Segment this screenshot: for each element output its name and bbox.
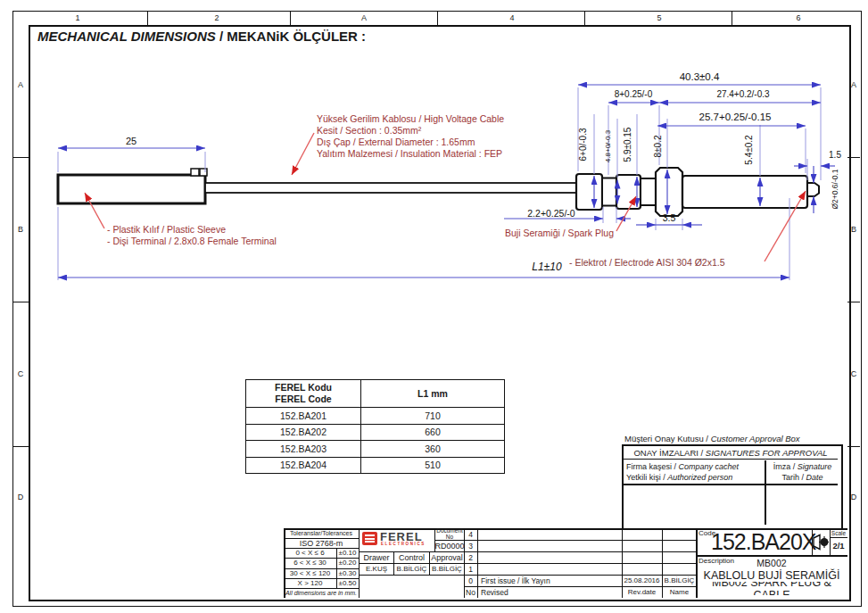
revfoot-name: Name	[663, 586, 696, 598]
control-name: B.BİLGİÇ	[394, 563, 429, 575]
scale-value: 2/1	[831, 538, 847, 553]
cable-note-line: Dış Çap / External Diameter : 1.65mm	[317, 137, 504, 148]
parts-table-header-row: FEREL Kodu FEREL Code L1 mm	[246, 380, 505, 408]
imza-label-en: Signature	[798, 462, 832, 471]
approval-header: ONAY İMZALARI / SIGNATURES FOR APPROVAL	[624, 446, 838, 460]
yetkili-label-en: Authorized person	[667, 473, 732, 482]
rev-line	[464, 575, 696, 576]
electrode-shape	[807, 183, 819, 196]
tol-value: ±0.10	[337, 548, 358, 558]
dim-seg274: 27.4+0.2/-0.3	[690, 89, 797, 99]
tarih-label-en: Date	[806, 473, 823, 482]
dim-dia6: 6+0/-0.3	[578, 128, 588, 162]
approval-signature-field[interactable]	[766, 485, 838, 525]
dim-neck: 2.2+0.25/-0	[501, 208, 601, 219]
rev-line	[464, 563, 696, 564]
plug-neck-2	[641, 178, 656, 205]
rev0-name: B.BİLGİÇ	[663, 575, 696, 586]
table-row: 152.BA201710	[246, 408, 505, 425]
description-line2: KABLOLU BUJİ SERAMİĞİ	[698, 568, 846, 582]
table-row: 152.BA202660	[246, 424, 505, 441]
approval-signature-header: İmza / Signature Tarih / Date	[767, 461, 838, 483]
sleeve-note-line: - Dişi Terminal / 2.8x0.8 Female Termina…	[107, 236, 277, 247]
firma-label-en: Company cachet	[679, 462, 740, 471]
description-line3: MB002 SPARK PLUG & CABLE	[698, 582, 846, 595]
terminal-tab	[191, 169, 199, 176]
parts-table-header-code: FEREL Kodu FEREL Code	[246, 380, 361, 408]
rev0-desc: First issue / İlk Yayın	[481, 576, 619, 587]
header-code-line2: FEREL Code	[246, 393, 360, 405]
cell-l1: 360	[361, 441, 505, 458]
sleeve-note-line: - Plastik Kılıf / Plastic Sleeve	[107, 224, 277, 236]
part-shapes	[58, 168, 819, 216]
cable-note-line: Yalıtım Malzemesi / Insulation Material …	[317, 148, 504, 160]
cable-note-line: Yüksek Gerilim Kablosu / High Voltage Ca…	[317, 113, 504, 125]
rev0-date: 25.08.2016	[623, 575, 661, 586]
dim-collar: 3.5	[656, 212, 682, 223]
dim-sleeve-25: 25	[118, 136, 145, 146]
tol-value: ±0.30	[337, 568, 358, 578]
tol-range: X > 120	[285, 578, 335, 588]
cell-l1: 710	[361, 408, 505, 425]
approval-header-tr: ONAY İMZALARI /	[633, 448, 705, 458]
dim-dia48: 4.8+0/-0.3	[604, 130, 612, 162]
approval-cachet-field[interactable]	[624, 485, 764, 525]
cell-code: 152.BA202	[246, 424, 361, 441]
dim-seg8: 8+0.25/-0	[602, 89, 665, 99]
approval-label: Approval	[430, 551, 464, 563]
tol-iso: ISO 2768-m	[285, 538, 358, 548]
drawer-label: Drawer	[360, 551, 393, 563]
tol-value: ±0.50	[337, 578, 358, 588]
terminal-tab	[200, 169, 207, 176]
tol-value: ±0.20	[337, 558, 358, 567]
dim-seg257: 25.7+0.25/-0.15	[682, 112, 789, 122]
spark-plug-note: Buji Seramiği / Spark Plug	[492, 228, 614, 239]
table-row: 152.BA203360	[246, 441, 505, 458]
approval-caption-en: Customer Approval Box	[711, 434, 800, 443]
dim-electrode-dia: Ø2+0.6/-0.1	[831, 169, 839, 209]
cell-code: 152.BA203	[246, 441, 361, 458]
tol-title: Toleranslar/Tolerances	[285, 528, 358, 538]
plug-collar-8mm	[656, 168, 682, 216]
approval-company-cachet-header: Firma kaşesi / Company cachet Yetkili ki…	[626, 461, 762, 483]
drawer-name: E.KUŞ	[360, 563, 393, 575]
rev-num: 2	[465, 551, 476, 563]
plug-neck-4-8mm	[602, 178, 616, 206]
yetkili-label: Yetkili kişi /	[626, 473, 667, 482]
imza-label: İmza /	[773, 462, 798, 471]
ferel-logo-icon	[362, 532, 377, 545]
cell-l1: 660	[361, 424, 505, 441]
plastic-sleeve-shape	[58, 175, 205, 203]
approval-header-en: SIGNATURES FOR APPROVAL	[706, 448, 828, 458]
rev-line	[464, 540, 696, 541]
dim-dia8: 8±0.2	[653, 136, 663, 158]
tol-range: 30 < X ≤ 120	[285, 568, 335, 578]
firma-label: Firma kaşesi /	[626, 462, 679, 471]
tol-range: 0 < X ≤ 6	[285, 548, 335, 558]
electrode-note: - Elektrot / Electrode AISI 304 Ø2x1.5	[569, 257, 725, 269]
table-row: 152.BA204510	[246, 457, 505, 474]
cable-leader	[292, 133, 314, 175]
projection-symbol	[813, 531, 829, 553]
tol-footnote: All dimensions are in mm.	[285, 588, 358, 598]
dim-tip: 1.5	[822, 150, 848, 160]
rev-num: 3	[465, 540, 476, 551]
rev-num: 1	[465, 563, 476, 575]
cell-code: 152.BA204	[246, 457, 361, 474]
approver-name: B.BİLGİÇ	[430, 563, 464, 575]
rev-line	[464, 551, 696, 552]
control-label: Control	[394, 551, 429, 563]
ferel-logo: FEREL ELECTRONICS	[360, 530, 434, 550]
header-code-line1: FEREL Kodu	[246, 382, 360, 393]
tarih-label: Tarih /	[781, 473, 806, 482]
approval-caption-tr: Müşteri Onay Kutusu /	[624, 434, 711, 443]
doc-no-label: Document No	[435, 528, 464, 539]
cable-note: Yüksek Gerilim Kablosu / High Voltage Ca…	[317, 113, 504, 160]
code-value: 152.BA20X	[711, 529, 811, 555]
approval-caption: Müşteri Onay Kutusu / Customer Approval …	[624, 434, 800, 443]
cable-shape	[205, 183, 578, 193]
ferel-logo-subtext: ELECTRONICS	[381, 542, 426, 546]
rev-num: 4	[465, 528, 476, 540]
cell-code: 152.BA201	[246, 408, 361, 425]
cable-note-line: Kesit / Section : 0.35mm²	[317, 125, 504, 137]
